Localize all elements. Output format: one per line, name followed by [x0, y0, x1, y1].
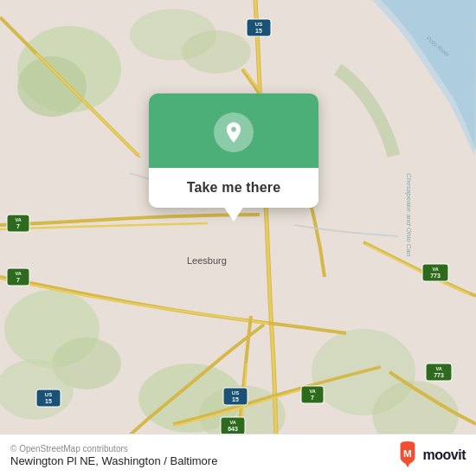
svg-text:US: US [232, 390, 239, 396]
bottom-bar: © OpenStreetMap contributors Newington P… [0, 434, 476, 476]
svg-text:VA: VA [15, 271, 21, 276]
popup-card: Take me there [149, 93, 318, 208]
svg-text:Chesapeake and Ohio Can: Chesapeake and Ohio Can [405, 173, 413, 257]
svg-text:15: 15 [45, 398, 52, 404]
svg-text:VA: VA [432, 267, 438, 272]
svg-point-2 [17, 56, 87, 117]
svg-text:Leesburg: Leesburg [187, 255, 227, 266]
location-icon-circle [214, 113, 254, 152]
location-pin-icon [222, 120, 246, 145]
svg-text:773: 773 [430, 273, 441, 279]
svg-text:VA: VA [15, 217, 21, 222]
svg-text:7: 7 [311, 395, 314, 401]
svg-text:7: 7 [16, 277, 20, 283]
popup-bottom[interactable]: Take me there [149, 168, 318, 208]
moovit-logo[interactable]: M moovit [396, 441, 466, 469]
moovit-brand-icon: M [396, 441, 420, 469]
svg-text:M: M [403, 447, 412, 459]
svg-text:643: 643 [228, 426, 238, 432]
copyright-text: © OpenStreetMap contributors [10, 444, 217, 453]
popup-top [149, 93, 318, 168]
svg-text:US: US [45, 392, 52, 397]
svg-text:15: 15 [232, 396, 239, 402]
svg-text:VA: VA [309, 389, 315, 394]
map-container: Chesapeake and Ohio Can Poto River US 15… [0, 0, 476, 476]
svg-point-4 [182, 30, 251, 74]
svg-text:VA: VA [435, 366, 441, 371]
svg-text:773: 773 [434, 372, 444, 378]
svg-text:15: 15 [255, 28, 262, 34]
bottom-info: © OpenStreetMap contributors Newington P… [10, 444, 217, 467]
svg-text:US: US [255, 22, 262, 27]
popup-triangle [223, 206, 244, 222]
moovit-brand-text: moovit [423, 447, 466, 463]
svg-marker-43 [404, 462, 410, 468]
svg-text:7: 7 [16, 223, 20, 229]
address-text: Newington Pl NE, Washington / Baltimore [10, 454, 217, 467]
svg-text:VA: VA [229, 420, 235, 425]
take-me-there-button[interactable]: Take me there [187, 180, 281, 196]
map-background: Chesapeake and Ohio Can Poto River US 15… [0, 0, 476, 476]
